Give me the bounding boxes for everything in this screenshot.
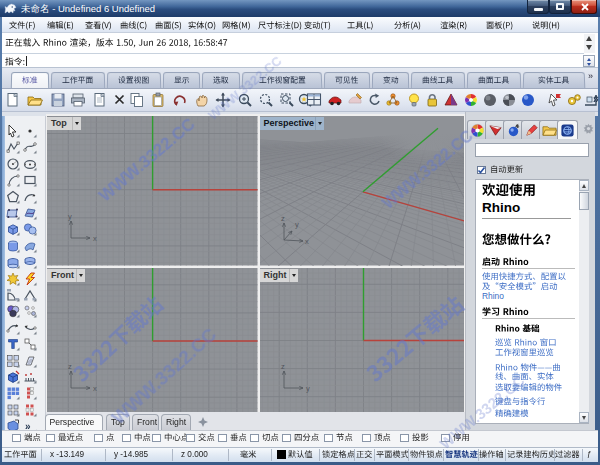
svg-text:y: y (306, 384, 310, 393)
svg-text:z: z (281, 214, 285, 223)
svg-text:z: z (281, 362, 285, 371)
svg-text:x: x (93, 384, 97, 393)
svg-text:x: x (93, 234, 97, 243)
svg-text:y: y (295, 220, 299, 229)
svg-text:x: x (305, 237, 309, 246)
svg-text:y: y (68, 212, 72, 221)
